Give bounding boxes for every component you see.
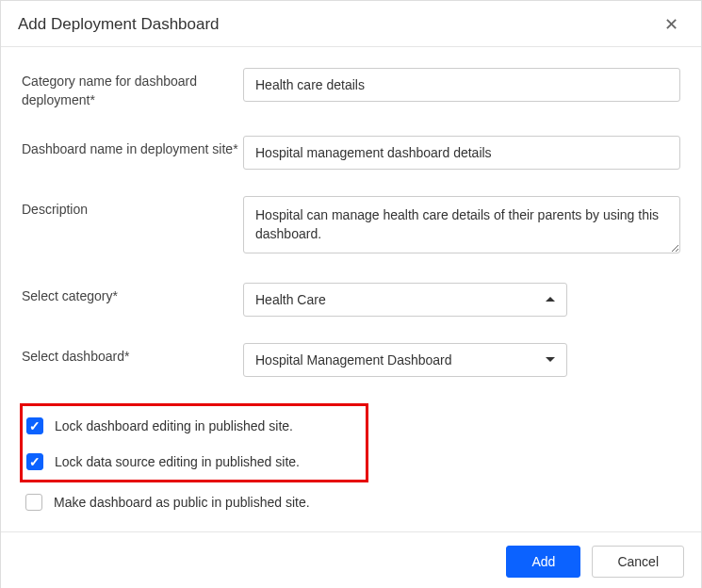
checkmark-icon: ✓: [29, 455, 41, 468]
category-name-row: Category name for dashboard deployment*: [22, 68, 680, 109]
select-dashboard-dropdown[interactable]: Hospital Management Dashboard: [243, 343, 567, 377]
chevron-down-icon: [546, 357, 555, 362]
dialog-body: Category name for dashboard deployment* …: [1, 47, 701, 531]
dialog-header: Add Deployment Dashboard ✕: [1, 1, 701, 47]
description-row: Description Hospital can manage health c…: [22, 196, 680, 256]
add-button[interactable]: Add: [506, 546, 580, 578]
lock-dashboard-checkbox[interactable]: ✓: [26, 417, 43, 434]
dashboard-name-label: Dashboard name in deployment site*: [22, 136, 243, 158]
chevron-up-icon: [546, 297, 555, 302]
dialog-footer: Add Cancel: [1, 531, 701, 588]
highlight-box: ✓ Lock dashboard editing in published si…: [20, 403, 368, 482]
add-deployment-dashboard-dialog: Add Deployment Dashboard ✕ Category name…: [0, 0, 702, 588]
lock-dashboard-label: Lock dashboard editing in published site…: [55, 418, 293, 433]
description-textarea[interactable]: Hospital can manage health care details …: [243, 196, 680, 253]
select-category-row: Select category* Health Care: [22, 283, 680, 317]
select-category-value: Health Care: [255, 292, 326, 307]
select-category-dropdown[interactable]: Health Care: [243, 283, 567, 317]
lock-datasource-checkbox[interactable]: ✓: [26, 453, 43, 470]
checkmark-icon: ✓: [29, 419, 41, 433]
select-dashboard-row: Select dashboard* Hospital Management Da…: [22, 343, 680, 377]
close-icon: ✕: [664, 15, 678, 34]
description-label: Description: [22, 196, 243, 219]
make-public-row: Make dashboard as public in published si…: [25, 490, 680, 514]
select-dashboard-value: Hospital Management Dashboard: [255, 352, 452, 368]
make-public-checkbox[interactable]: [25, 494, 42, 511]
category-name-label: Category name for dashboard deployment*: [22, 68, 243, 109]
select-category-label: Select category*: [22, 283, 243, 305]
select-dashboard-label: Select dashboard*: [22, 343, 243, 366]
close-button[interactable]: ✕: [659, 14, 684, 35]
dialog-title: Add Deployment Dashboard: [18, 15, 220, 34]
lock-datasource-label: Lock data source editing in published si…: [55, 454, 300, 469]
lock-dashboard-row: ✓ Lock dashboard editing in published si…: [26, 414, 360, 438]
dashboard-name-row: Dashboard name in deployment site*: [22, 136, 680, 170]
dashboard-name-input[interactable]: [243, 136, 680, 170]
cancel-button[interactable]: Cancel: [592, 546, 684, 578]
checkbox-section: ✓ Lock dashboard editing in published si…: [22, 403, 680, 514]
make-public-label: Make dashboard as public in published si…: [54, 495, 310, 510]
category-name-input[interactable]: [243, 68, 680, 102]
lock-datasource-row: ✓ Lock data source editing in published …: [26, 449, 360, 474]
